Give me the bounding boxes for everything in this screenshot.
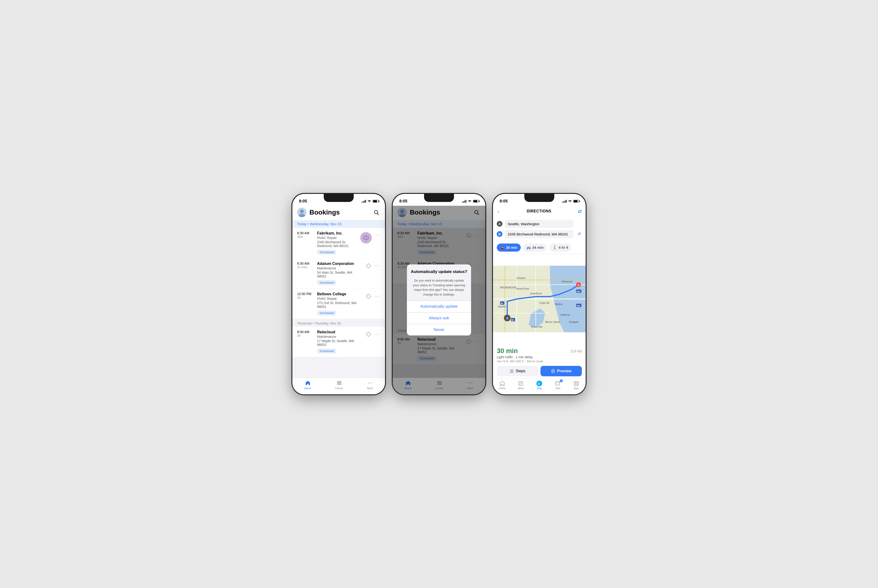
wifi-icon-2 [468, 200, 471, 203]
booking-avatar-1 [360, 232, 372, 243]
svg-text:Medina: Medina [555, 303, 563, 305]
more-button-1-t[interactable]: ··· [374, 331, 380, 338]
maps-tab-news[interactable]: News [518, 380, 524, 390]
booking-time-1-1: 8:30 AM 30m [297, 231, 314, 238]
battery-icon-3 [573, 200, 579, 202]
status-icons-2 [462, 200, 479, 203]
walk-transport-btn[interactable]: 🚶 4 hr 9 [549, 243, 571, 252]
svg-rect-9 [366, 294, 371, 298]
status-time-3: 8:05 [500, 199, 508, 204]
maps-tab-home[interactable]: Home [499, 380, 506, 390]
filter-button[interactable]: ⇄ [578, 208, 582, 214]
car-icon: 🚗 [500, 245, 504, 250]
more-button-1-1[interactable]: ··· [374, 232, 380, 239]
status-time-1: 8:05 [299, 199, 307, 204]
booking-details-1-3: Bellows College HVAC Repair 273 2nd St, … [317, 292, 362, 315]
never-button[interactable]: Never [407, 324, 471, 336]
tab-library-1[interactable]: Library [335, 380, 343, 390]
walk-time: 4 hr 9 [558, 245, 568, 249]
svg-text:Redmond: Redmond [562, 280, 572, 283]
dest-dot: B [497, 231, 503, 237]
status-icons-1 [362, 200, 378, 203]
car-transport-btn[interactable]: 🚗 30 min [497, 243, 521, 252]
origin-row: A Seattle, Washington [497, 220, 582, 228]
notch-1 [324, 194, 354, 202]
svg-rect-72 [556, 382, 560, 385]
svg-text:Seattle: Seattle [498, 305, 506, 308]
tabs-icon: 4 [555, 380, 561, 387]
booking-item-1-tomorrow[interactable]: 8:00 AM 2h Relecloud Maintenance 17 Mapl… [292, 327, 385, 357]
transit-time: 34 min [533, 245, 544, 249]
booking-details-1-1: Fabrikam, Inc. HVAC Repair 2345 Birchwoo… [317, 231, 357, 255]
svg-rect-10 [366, 332, 371, 337]
svg-text:Clyde Hill: Clyde Hill [539, 302, 549, 304]
via-info: via I-5 N, WA-520 E · Toll on route [497, 360, 582, 363]
booking-item-1-3[interactable]: 12:00 PM 2d Bellows College HVAC Repair … [292, 289, 385, 319]
status-time-2: 8:05 [399, 199, 407, 204]
wifi-icon-3 [568, 200, 572, 203]
dest-input[interactable]: 2345 Birchwood Redmond, WA 98101 [505, 230, 574, 238]
maps-tab-bar: Home News b Bing 4 Tabs [493, 378, 586, 394]
tomorrow-divider-1: Tomorrow • Thursday, Nov 16 [292, 319, 385, 327]
more-button-1-3[interactable]: ··· [374, 293, 380, 300]
booking-item-1-1[interactable]: 8:30 AM 30m Fabrikam, Inc. HVAC Repair 2… [292, 228, 385, 258]
bookings-header-1: Bookings [292, 206, 385, 220]
transit-transport-btn[interactable]: 🚌 34 min [523, 243, 547, 252]
traffic-info: Light traffic · 1 min delay [497, 355, 582, 359]
route-time: 30 min [497, 347, 518, 355]
svg-rect-77 [577, 381, 578, 383]
origin-input[interactable]: Seattle, Washington [505, 220, 574, 228]
svg-rect-13 [340, 381, 341, 385]
swap-button[interactable]: ↺ [576, 231, 582, 237]
svg-point-16 [371, 382, 372, 383]
origin-dot: A [497, 221, 503, 226]
booking-time-1-t: 8:00 AM 2h [297, 330, 314, 338]
booking-actions-1-2: ··· [365, 262, 380, 269]
route-distance: (13 mi) [571, 349, 582, 353]
svg-text:b: b [538, 381, 540, 385]
date-header-1: Today • Wednesday, Nov 15 [292, 220, 385, 228]
status-icons-3 [562, 200, 579, 203]
back-button[interactable]: ‹ [497, 208, 500, 215]
svg-text:Eastgate: Eastgate [569, 321, 578, 323]
maps-tab-tabs[interactable]: 4 Tabs [555, 380, 561, 390]
avatar-1[interactable] [297, 208, 307, 217]
phone-3: 8:05 ‹ DIRECTIONS ⇄ A Seattle, Washingto… [493, 194, 586, 394]
svg-text:Yarrow Point: Yarrow Point [516, 287, 529, 290]
apps-icon [573, 380, 579, 387]
svg-text:Mercer Island: Mercer Island [545, 321, 560, 323]
booking-actions-1-3: ··· [365, 292, 380, 300]
preview-button[interactable]: Preview [540, 366, 582, 376]
svg-text:Bellevue: Bellevue [561, 314, 570, 316]
svg-text:Beaux Arts: Beaux Arts [531, 325, 542, 328]
tab-more-1[interactable]: More [367, 380, 373, 390]
tab-home-1[interactable]: Home [304, 380, 311, 390]
search-button-1[interactable] [372, 208, 380, 216]
booking-time-1-2: 9:30 AM 2h 15m [297, 262, 314, 269]
map-area[interactable]: Seattle Redmond Medina Clyde Hill Laurel… [493, 254, 586, 344]
maps-tab-bing[interactable]: b Bing [536, 380, 542, 390]
library-icon-1 [336, 380, 342, 386]
battery-icon-1 [373, 200, 378, 202]
svg-line-3 [377, 213, 379, 215]
svg-text:520: 520 [576, 304, 580, 307]
dest-row: B 2345 Birchwood Redmond, WA 98101 ↺ [497, 230, 582, 238]
svg-text:99: 99 [511, 319, 513, 321]
booking-details-1-t: Relecloud Maintenance 17 Maple St, Seatt… [317, 330, 362, 354]
auto-update-button[interactable]: Automatically update [407, 301, 471, 312]
always-ask-button[interactable]: Always ask [407, 312, 471, 324]
svg-text:A: A [506, 316, 509, 320]
booking-list-1: 8:30 AM 30m Fabrikam, Inc. HVAC Repair 2… [292, 228, 385, 378]
car-time: 30 min [506, 245, 518, 249]
steps-button[interactable]: Steps [497, 366, 538, 376]
booking-item-1-2[interactable]: 9:30 AM 2h 15m Adatum Corporation Mainte… [292, 258, 385, 288]
maps-header: ‹ DIRECTIONS ⇄ [493, 206, 586, 218]
booking-actions-1-t: ··· [365, 330, 380, 338]
svg-point-14 [368, 382, 369, 383]
directions-actions: Steps Preview [497, 366, 582, 376]
booking-details-1-2: Adatum Corporation Maintenance 54 Main S… [317, 262, 362, 285]
maps-tab-apps[interactable]: Apps [573, 380, 579, 390]
booking-time-1-3: 12:00 PM 2d [297, 292, 314, 299]
modal-overlay[interactable]: Automatically update status? Do you want… [393, 206, 485, 394]
more-button-1-2[interactable]: ··· [374, 262, 380, 269]
